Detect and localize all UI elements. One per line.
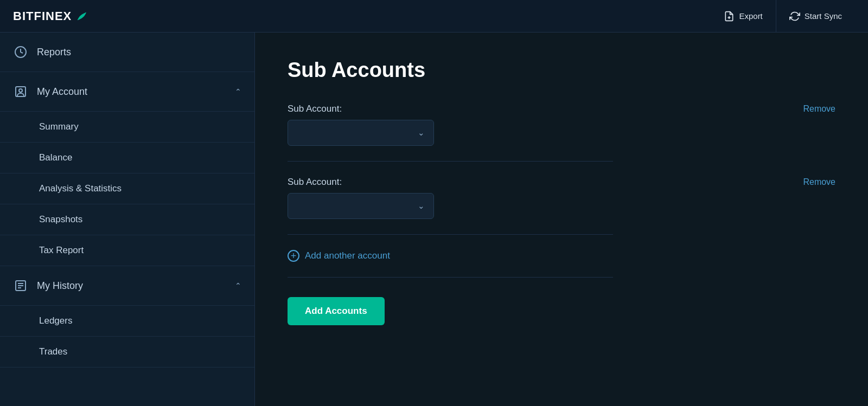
history-icon (13, 278, 28, 293)
sidebar: Reports My Account ⌃ Summary Balance Ana… (0, 33, 255, 406)
sub-account-label-1: Sub Account: (288, 104, 342, 114)
sidebar-sub-item-snapshots[interactable]: Snapshots (0, 204, 254, 235)
sub-account-block-2: Sub Account: Remove ⌄ (288, 177, 835, 219)
divider-1 (288, 161, 613, 162)
export-label: Export (739, 11, 762, 21)
plus-circle-icon: + (288, 250, 299, 262)
sidebar-sub-item-summary[interactable]: Summary (0, 112, 254, 143)
header: BITFINEX Export Start Sync (0, 0, 868, 33)
export-button[interactable]: Export (711, 0, 776, 33)
add-another-account-button[interactable]: + Add another account (288, 250, 390, 262)
sub-account-label-row-1: Sub Account: Remove (288, 104, 835, 114)
sync-label: Start Sync (805, 11, 842, 21)
chevron-up-icon: ⌃ (235, 87, 241, 96)
account-icon (13, 84, 28, 99)
sync-button[interactable]: Start Sync (776, 0, 855, 33)
clock-icon (13, 44, 28, 60)
sub-account-label-2: Sub Account: (288, 177, 342, 188)
balance-label: Balance (39, 152, 72, 163)
sidebar-item-my-account[interactable]: My Account ⌃ (0, 72, 254, 112)
remove-button-1[interactable]: Remove (803, 104, 835, 114)
chevron-down-icon-2: ⌄ (418, 201, 425, 211)
sidebar-sub-item-analysis-statistics[interactable]: Analysis & Statistics (0, 173, 254, 204)
leaf-icon (75, 10, 88, 23)
sidebar-sub-item-tax-report[interactable]: Tax Report (0, 235, 254, 266)
svg-point-4 (19, 89, 22, 92)
sidebar-item-reports[interactable]: Reports (0, 33, 254, 72)
sidebar-item-my-history[interactable]: My History ⌃ (0, 266, 254, 306)
sync-icon (789, 11, 800, 22)
header-actions: Export Start Sync (711, 0, 855, 33)
add-accounts-button[interactable]: Add Accounts (288, 297, 385, 325)
sub-account-block-1: Sub Account: Remove ⌄ (288, 104, 835, 146)
sidebar-sub-item-trades[interactable]: Trades (0, 337, 254, 368)
remove-button-2[interactable]: Remove (803, 177, 835, 187)
sidebar-sub-item-balance[interactable]: Balance (0, 143, 254, 173)
body: Reports My Account ⌃ Summary Balance Ana… (0, 33, 868, 406)
analysis-statistics-label: Analysis & Statistics (39, 183, 122, 194)
page-title: Sub Accounts (288, 59, 835, 82)
logo-text: BITFINEX (13, 9, 72, 23)
tax-report-label: Tax Report (39, 245, 84, 255)
sub-account-select-2[interactable]: ⌄ (288, 193, 434, 219)
main-content: Sub Accounts Sub Account: Remove ⌄ Sub A… (255, 33, 868, 406)
chevron-down-icon-1: ⌄ (418, 128, 425, 138)
divider-3 (288, 277, 613, 278)
logo: BITFINEX (13, 9, 88, 23)
snapshots-label: Snapshots (39, 214, 82, 224)
chevron-up-icon-history: ⌃ (235, 281, 241, 290)
ledgers-label: Ledgers (39, 315, 72, 326)
sidebar-sub-item-ledgers[interactable]: Ledgers (0, 306, 254, 337)
sidebar-item-my-account-label: My Account (37, 86, 87, 98)
sub-account-label-row-2: Sub Account: Remove (288, 177, 835, 188)
add-another-label: Add another account (305, 250, 390, 261)
divider-2 (288, 234, 613, 235)
export-icon (724, 11, 735, 22)
summary-label: Summary (39, 121, 79, 132)
sub-account-select-1[interactable]: ⌄ (288, 120, 434, 146)
trades-label: Trades (39, 346, 67, 357)
sidebar-item-reports-label: Reports (37, 47, 71, 58)
sidebar-item-my-history-label: My History (37, 280, 83, 292)
